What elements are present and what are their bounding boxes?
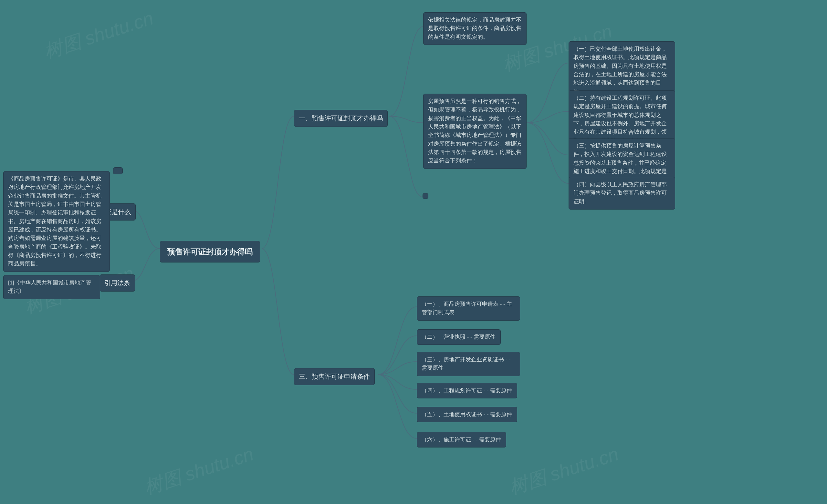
b1-note-2: 房屋预售虽然是一种可行的销售方式，但如果管理不善，极易导致投机行为，损害消费者的… [423, 94, 527, 169]
root-node: 预售许可证封顶才办得吗 [160, 241, 260, 262]
b1-cond-4: （四）向县级以上人民政府房产管理部门办理预售登记，取得商品房预售许可证明。 [569, 177, 675, 209]
watermark: 树图 shutu.cn [141, 442, 257, 501]
connector-layer [0, 0, 827, 504]
watermark: 树图 shutu.cn [41, 6, 157, 65]
b3-item-3: （三）、房地产开发企业资质证书 - - 需要原件 [417, 352, 520, 376]
b3-item-1: （一）、商品房预售许可申请表 - - 主管部门制式表 [417, 296, 520, 320]
b3-item-6: （六）、施工许可证 - - 需要原件 [417, 432, 506, 448]
b1-note-1: 依据相关法律的规定，商品房封顶并不是取得预售许可证的条件，商品房预售的条件是有明… [423, 12, 527, 45]
b2-note-hidden [113, 167, 123, 174]
b4-note-1: [1]《中华人民共和国城市房地产管理法》 [3, 275, 100, 299]
b3-item-5: （五）、土地使用权证书 - - 需要原件 [417, 407, 517, 422]
b2-note-1: 《商品房预售许可证》是市、县人民政府房地产行政管理部门允许房地产开发企业销售商品… [3, 171, 110, 272]
watermark: 树图 shutu.cn [506, 442, 622, 501]
branch-4: 引用法条 [99, 274, 135, 292]
b1-empty-node [423, 193, 428, 199]
b3-item-2: （二）、营业执照 - - 需要原件 [417, 329, 501, 345]
branch-3: 三、预售许可证申请条件 [294, 368, 375, 385]
branch-1: 一、预售许可证封顶才办得吗 [294, 110, 388, 127]
b3-item-4: （四）、工程规划许可证 - - 需要原件 [417, 383, 517, 398]
